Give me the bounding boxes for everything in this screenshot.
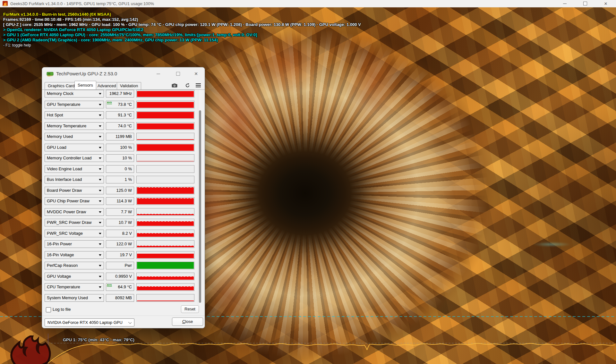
sensor-select[interactable]: Memory Used xyxy=(45,133,104,140)
furmark-titlebar: Geeks3D FurMark v1.34.0.0 - 145FPS, GPU1… xyxy=(0,0,616,7)
sensor-row: Video Engine Load0 % xyxy=(42,165,196,173)
sensor-value: 7.7 W xyxy=(121,208,132,216)
sensor-label: GPU Voltage xyxy=(47,273,71,280)
hamburger-menu-icon[interactable] xyxy=(195,82,202,89)
dropdown-caret-icon xyxy=(99,157,101,159)
sensor-history-bar xyxy=(136,283,194,291)
reset-button[interactable]: Reset xyxy=(181,305,199,313)
sensor-label: GPU Chip Power Draw xyxy=(47,198,90,205)
sensor-select[interactable]: 16-Pin Voltage xyxy=(45,251,104,259)
sensor-select[interactable]: CPU Temperature xyxy=(45,283,104,291)
sensor-history-bar xyxy=(136,165,194,173)
gpuz-minimize-button[interactable] xyxy=(151,67,165,80)
sensor-select[interactable]: GPU Chip Power Draw xyxy=(45,197,104,205)
sensor-label: 16-Pin Power xyxy=(47,241,72,248)
sensor-label: Memory Controller Load xyxy=(47,155,91,162)
tab-validation[interactable]: Validation xyxy=(117,82,141,89)
gpuz-maximize-button[interactable] xyxy=(171,67,185,80)
sensor-label: PWR_SRC Voltage xyxy=(47,230,83,237)
sensor-select[interactable]: Memory Controller Load xyxy=(45,154,104,162)
sensor-select[interactable]: MVDDC Power Draw xyxy=(45,208,104,216)
sensor-row: PerfCap ReasonPwr xyxy=(42,262,196,269)
sensor-select[interactable]: GPU Load xyxy=(45,144,104,151)
tab-graphics-card[interactable]: Graphics Card xyxy=(45,82,78,89)
sensor-select[interactable]: PWR_SRC Power Draw xyxy=(45,219,104,226)
scrollbar-thumb[interactable] xyxy=(199,110,201,303)
sensor-select[interactable]: System Memory Used xyxy=(45,294,104,302)
sensor-select[interactable]: Memory Clock xyxy=(45,90,104,97)
sensor-select[interactable]: PerfCap Reason xyxy=(45,262,104,269)
sensor-row: Hot Spot91.3 °C xyxy=(42,111,196,119)
sensor-value: 1199 MB xyxy=(116,133,132,140)
furmark-flame-logo xyxy=(4,335,62,364)
sensor-row: Memory Used1199 MB xyxy=(42,133,196,140)
sensor-row: PWR_SRC Voltage8.2 V xyxy=(42,230,196,237)
sensor-history-bar xyxy=(136,133,194,140)
sensor-value-box: 114.3 W xyxy=(106,197,134,205)
gpuz-window: TechPowerUp GPU-Z 2.53.0 ✕ Graphics Card… xyxy=(42,67,205,328)
dropdown-caret-icon xyxy=(99,276,101,277)
dropdown-caret-icon xyxy=(99,125,101,127)
sensor-label: Bus Interface Load xyxy=(47,176,82,183)
sensor-value-box: 1962.7 MHz xyxy=(106,90,134,97)
tab-sensors[interactable]: Sensors xyxy=(74,81,96,89)
sensor-select[interactable]: Bus Interface Load xyxy=(45,176,104,183)
sensor-history-bar xyxy=(136,122,194,130)
sensor-label: PWR_SRC Power Draw xyxy=(47,219,91,226)
gpuz-tabbar: Graphics Card Sensors Advanced Validatio… xyxy=(42,81,205,90)
refresh-icon[interactable] xyxy=(184,82,191,89)
dropdown-caret-icon xyxy=(99,179,101,181)
sensor-select[interactable]: Hot Spot xyxy=(45,111,104,119)
sensor-value-box: 1 % xyxy=(106,176,134,183)
sensor-history-bar xyxy=(136,219,194,226)
dropdown-caret-icon xyxy=(99,93,101,95)
close-label: Close xyxy=(182,318,193,326)
dropdown-caret-icon xyxy=(99,211,101,213)
sensor-select[interactable]: Board Power Draw xyxy=(45,187,104,194)
sensor-select[interactable]: 16-Pin Power xyxy=(45,240,104,248)
sensor-value: Pwr xyxy=(125,262,132,269)
sensor-scrollbar[interactable] xyxy=(198,90,201,305)
furmark-osd: FurMark v1.34.0.0 - Burn-in test, 2560x1… xyxy=(3,12,361,48)
sensor-value: 19.7 V xyxy=(120,251,132,258)
sensor-value-box: 0.9950 V xyxy=(106,273,134,280)
osd-line-gpu1: > GPU 1 (GeForce RTX 4050 Laptop GPU) - … xyxy=(3,32,361,38)
sensor-value: 125.0 W xyxy=(116,187,132,194)
tab-advanced[interactable]: Advanced xyxy=(94,82,119,89)
dropdown-caret-icon xyxy=(99,243,101,245)
log-to-file-checkbox[interactable] xyxy=(46,307,51,312)
sensor-select[interactable]: Memory Temperature xyxy=(45,122,104,130)
sensor-label: GPU Load xyxy=(47,144,66,151)
sensor-row: Bus Interface Load1 % xyxy=(42,176,196,183)
sensor-select[interactable]: Video Engine Load xyxy=(45,165,104,173)
sensor-history-bar xyxy=(136,294,194,302)
dropdown-caret-icon xyxy=(99,265,101,267)
sensor-label: Board Power Draw xyxy=(47,187,82,194)
osd-line-renderer: > OpenGL renderer: NVIDIA GeForce RTX 40… xyxy=(3,27,361,32)
sensor-history-bar xyxy=(136,262,194,269)
sensor-select[interactable]: GPU Temperature xyxy=(45,101,104,108)
close-button[interactable]: ✕ xyxy=(595,0,616,7)
sensor-row: Memory Clock1962.7 MHz xyxy=(42,90,196,97)
maximize-button[interactable] xyxy=(575,0,595,7)
sensor-value: 91.3 °C xyxy=(118,112,132,119)
dropdown-caret-icon xyxy=(99,147,101,148)
dropdown-caret-icon xyxy=(99,297,101,299)
cyan-smear xyxy=(526,241,578,248)
dropdown-caret-icon xyxy=(99,286,101,288)
minimize-button[interactable] xyxy=(554,0,575,7)
sensor-history-bar xyxy=(136,144,194,151)
device-selector-dropdown[interactable]: NVIDIA GeForce RTX 4050 Laptop GPU xyxy=(45,318,134,326)
sensor-select[interactable]: GPU Voltage xyxy=(45,273,104,280)
dropdown-caret-icon xyxy=(99,168,101,170)
sensor-value: 64.9 °C xyxy=(118,284,132,291)
sensor-value-box: 91.3 °C xyxy=(106,111,134,119)
sensor-value: 100 % xyxy=(120,144,132,151)
sensor-select[interactable]: PWR_SRC Voltage xyxy=(45,230,104,237)
screenshot-camera-icon[interactable] xyxy=(171,82,178,89)
gpuz-close-dialog-button[interactable]: Close xyxy=(172,317,203,326)
sensor-value-box: AVG73.8 °C xyxy=(106,101,134,108)
dropdown-caret-icon xyxy=(99,233,101,234)
gpuz-close-button[interactable]: ✕ xyxy=(189,67,203,80)
sensor-row: Board Power Draw125.0 W xyxy=(42,187,196,194)
